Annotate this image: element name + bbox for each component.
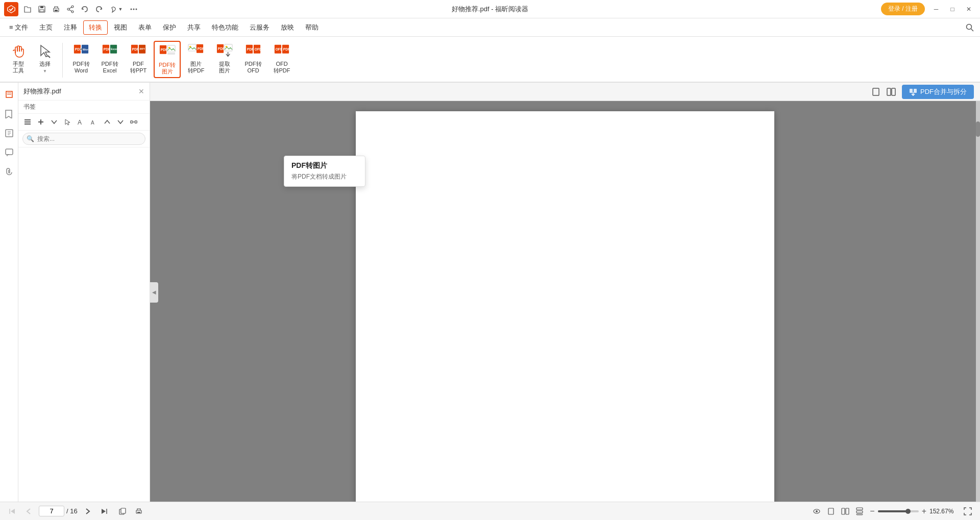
nav-last-button[interactable] <box>98 505 110 517</box>
nav-prev-button[interactable] <box>22 505 35 517</box>
zoom-plus-icon[interactable]: + <box>922 507 926 516</box>
sidebar-comment-icon[interactable] <box>2 145 17 160</box>
zoom-minus-icon[interactable]: − <box>870 507 874 516</box>
vertical-scrollbar[interactable] <box>976 101 980 502</box>
ribbon: 手型工具 选择 ▼ PDF Word PDF转Word <box>0 37 980 83</box>
print-icon[interactable] <box>50 3 62 15</box>
panel-cursor-icon[interactable] <box>61 116 74 128</box>
svg-rect-80 <box>846 508 849 514</box>
single-view-icon[interactable] <box>825 505 837 517</box>
zoom-slider[interactable] <box>878 510 919 512</box>
pdf-to-image-button[interactable]: PDF PDF转图片 <box>154 41 181 78</box>
svg-text:PPT: PPT <box>140 47 145 51</box>
close-button[interactable]: ✕ <box>962 2 976 16</box>
panel-select-icon[interactable] <box>48 116 60 128</box>
tooltip-description: 将PDF文档转成图片 <box>291 172 358 181</box>
save-icon[interactable] <box>36 3 48 15</box>
menu-present[interactable]: 放映 <box>276 21 299 34</box>
title-bar-right: 登录 / 注册 ─ □ ✕ <box>881 2 976 16</box>
ofd-pdf-icon: OFD PDF <box>274 43 290 59</box>
hand-icon <box>10 43 27 59</box>
single-page-icon[interactable] <box>869 85 883 98</box>
svg-rect-2 <box>40 10 44 12</box>
select-icon <box>37 43 53 59</box>
svg-rect-83 <box>856 514 863 515</box>
doc-top-bar: PDF合并与拆分 <box>150 83 980 101</box>
menu-help[interactable]: 帮助 <box>300 21 324 34</box>
svg-rect-57 <box>24 121 31 122</box>
fullscreen-button[interactable] <box>962 505 974 517</box>
login-button[interactable]: 登录 / 注册 <box>881 3 925 15</box>
panel-list-view-icon[interactable] <box>21 116 34 128</box>
eye-view-icon[interactable] <box>811 505 823 517</box>
svg-text:PDF: PDF <box>247 47 254 51</box>
share-icon[interactable] <box>64 3 77 15</box>
zoom-percent-label: 152.67% <box>929 508 958 515</box>
panel-move-down-icon[interactable] <box>114 116 127 128</box>
select-label: 选择 <box>39 61 51 67</box>
nav-next-button[interactable] <box>82 505 94 517</box>
maximize-button[interactable]: □ <box>945 2 960 16</box>
menu-share[interactable]: 共享 <box>182 21 206 34</box>
pdf-to-ofd-button[interactable]: PDF OFD PDF转OFD <box>240 41 266 76</box>
pdf-to-ppt-button[interactable]: PDF PPT PDF转PPT <box>125 41 152 76</box>
scroll-view-icon[interactable] <box>853 505 866 517</box>
open-file-icon[interactable] <box>21 3 34 15</box>
svg-rect-33 <box>188 44 196 51</box>
svg-text:PDF: PDF <box>198 47 204 51</box>
panel-link-icon[interactable] <box>128 116 140 128</box>
menu-cloud[interactable]: 云服务 <box>244 21 275 34</box>
svg-rect-81 <box>856 508 863 510</box>
more-icon[interactable] <box>128 3 140 15</box>
menu-protect[interactable]: 保护 <box>158 21 181 34</box>
redo-icon[interactable] <box>93 3 105 15</box>
window-title: 好物推荐.pdf - 福昕阅读器 <box>452 5 528 14</box>
menu-file[interactable]: ≡ 文件 <box>4 21 33 34</box>
minimize-button[interactable]: ─ <box>929 2 943 16</box>
menu-annotate[interactable]: 注释 <box>59 21 82 34</box>
nav-first-button[interactable] <box>6 505 18 517</box>
search-icon[interactable] <box>964 21 976 34</box>
sidebar-attachment-icon[interactable] <box>2 164 17 180</box>
pdf-to-excel-button[interactable]: PDF Excel PDF转Excel <box>96 41 123 76</box>
panel-close-button[interactable]: ✕ <box>138 87 144 95</box>
svg-text:OFD: OFD <box>255 47 261 51</box>
ofd-pdf-label: OFD转PDF <box>274 61 290 74</box>
image-to-pdf-button[interactable]: PDF 图片转PDF <box>183 41 209 76</box>
svg-rect-39 <box>225 44 232 51</box>
svg-rect-78 <box>828 508 834 514</box>
pdf-to-word-button[interactable]: PDF Word PDF转Word <box>68 41 94 76</box>
copy-page-button[interactable] <box>116 505 129 517</box>
hand-tool-button[interactable]: 手型工具 <box>6 41 31 76</box>
bottom-right: − + 152.67% <box>811 505 974 517</box>
menu-convert[interactable]: 转换 <box>83 20 108 35</box>
sidebar-pages-icon[interactable] <box>2 126 17 141</box>
two-page-icon[interactable] <box>885 85 898 98</box>
search-input[interactable] <box>22 133 145 145</box>
menu-special[interactable]: 特色功能 <box>207 21 243 34</box>
tooltip-title: PDF转图片 <box>291 161 358 170</box>
panel-text-a2-icon[interactable]: A <box>88 116 100 128</box>
svg-text:PDF: PDF <box>132 47 139 51</box>
panel-file-name: 好物推荐.pdf <box>23 87 61 96</box>
menu-form[interactable]: 表单 <box>133 21 157 34</box>
menu-bar: ≡ 文件 主页 注释 转换 视图 表单 保护 共享 特色功能 云服务 放映 帮助 <box>0 18 980 37</box>
print-button[interactable] <box>133 505 145 517</box>
pdf-merge-button[interactable]: PDF合并与拆分 <box>902 85 974 99</box>
ofd-to-pdf-button[interactable]: OFD PDF OFD转PDF <box>268 41 295 76</box>
dual-view-icon[interactable] <box>839 505 851 517</box>
panel-text-a-icon[interactable]: A <box>75 116 87 128</box>
sign-dropdown-icon[interactable]: ▼ <box>107 3 126 15</box>
collapse-panel-handle[interactable]: ◀ <box>150 282 158 303</box>
sidebar-annotate-icon[interactable] <box>2 87 17 102</box>
undo-icon[interactable] <box>79 3 91 15</box>
extract-image-button[interactable]: PDF 提取图片 <box>211 41 238 76</box>
select-tool-button[interactable]: 选择 ▼ <box>33 41 57 76</box>
panel-move-up-icon[interactable] <box>101 116 113 128</box>
page-number-input[interactable] <box>39 506 64 516</box>
menu-view[interactable]: 视图 <box>109 21 132 34</box>
menu-home[interactable]: 主页 <box>34 21 58 34</box>
panel-add-icon[interactable] <box>35 116 47 128</box>
sidebar-bookmark-icon[interactable] <box>2 106 17 121</box>
doc-canvas[interactable] <box>150 101 980 502</box>
